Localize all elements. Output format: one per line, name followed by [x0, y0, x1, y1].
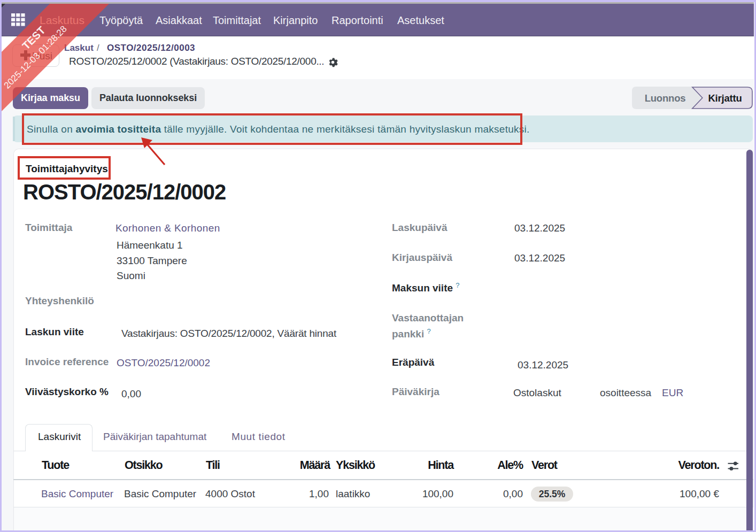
- svg-text:Kirjattu: Kirjattu: [708, 92, 742, 104]
- svg-text:Luonnos: Luonnos: [645, 92, 686, 104]
